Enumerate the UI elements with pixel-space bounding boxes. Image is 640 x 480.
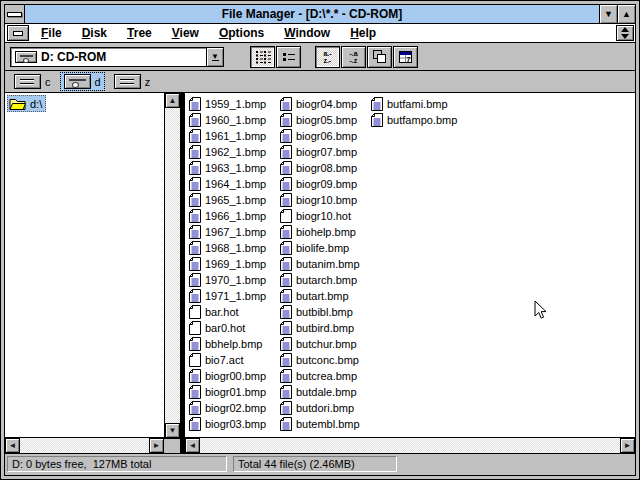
- document-icon: [189, 385, 201, 399]
- system-menu-button[interactable]: [5, 5, 25, 23]
- sort-by-name-button[interactable]: a.-z.-: [315, 46, 340, 68]
- view-by-name-icon: [255, 50, 271, 64]
- file-item[interactable]: butdale.bmp: [280, 384, 371, 400]
- scroll-up-button[interactable]: ▲: [165, 93, 180, 108]
- file-item[interactable]: 1967_1.bmp: [189, 224, 280, 240]
- copy-button[interactable]: [367, 46, 392, 68]
- file-item[interactable]: biogr08.bmp: [280, 160, 371, 176]
- scrollbar-corner: [164, 438, 180, 453]
- file-item[interactable]: biogr01.bmp: [189, 384, 280, 400]
- file-item[interactable]: butbibl.bmp: [280, 304, 371, 320]
- files-horizontal-scrollbar[interactable]: ◄ ►: [185, 437, 635, 453]
- menu-window[interactable]: Window: [274, 24, 340, 42]
- file-item[interactable]: biohelp.bmp: [280, 224, 371, 240]
- file-item[interactable]: butconc.bmp: [280, 352, 371, 368]
- file-name: 1966_1.bmp: [205, 210, 266, 222]
- tree-vertical-scrollbar[interactable]: ▲ ▼: [164, 93, 180, 438]
- file-item[interactable]: 1960_1.bmp: [189, 112, 280, 128]
- file-item[interactable]: 1964_1.bmp: [189, 176, 280, 192]
- file-item[interactable]: 1965_1.bmp: [189, 192, 280, 208]
- view-all-file-details-button[interactable]: [276, 46, 301, 68]
- file-item[interactable]: biogr04.bmp: [280, 96, 371, 112]
- file-item[interactable]: bar0.hot: [189, 320, 280, 336]
- document-icon: [189, 161, 201, 175]
- file-item[interactable]: biogr03.bmp: [189, 416, 280, 432]
- file-item[interactable]: 1969_1.bmp: [189, 256, 280, 272]
- document-control-menu-button[interactable]: [7, 25, 29, 41]
- file-item[interactable]: butchur.bmp: [280, 336, 371, 352]
- maximize-button[interactable]: ▲: [617, 5, 635, 23]
- file-item[interactable]: biogr05.bmp: [280, 112, 371, 128]
- scroll-up-icon: ▲: [169, 97, 177, 105]
- file-item[interactable]: 1959_1.bmp: [189, 96, 280, 112]
- drive-z-button[interactable]: z: [110, 72, 155, 91]
- file-item[interactable]: bar.hot: [189, 304, 280, 320]
- file-item[interactable]: biogr09.bmp: [280, 176, 371, 192]
- drive-selector-combobox[interactable]: D: CD-ROM ▼: [10, 47, 224, 67]
- file-item[interactable]: 1971_1.bmp: [189, 288, 280, 304]
- file-item[interactable]: butdori.bmp: [280, 400, 371, 416]
- scroll-left-button[interactable]: ◄: [185, 438, 200, 453]
- hard-drive-icon: [114, 74, 141, 89]
- document-icon: [280, 241, 292, 255]
- file-item[interactable]: bio7.act: [189, 352, 280, 368]
- file-item[interactable]: butarch.bmp: [280, 272, 371, 288]
- file-name: biohelp.bmp: [296, 226, 356, 238]
- minimize-button[interactable]: ▼: [599, 5, 617, 23]
- file-item[interactable]: biogr07.bmp: [280, 144, 371, 160]
- file-name: bar0.hot: [205, 322, 245, 334]
- document-restore-button[interactable]: [616, 25, 634, 41]
- drive-d-button[interactable]: d: [60, 72, 105, 91]
- menu-view[interactable]: View: [162, 24, 209, 42]
- file-item[interactable]: bbhelp.bmp: [189, 336, 280, 352]
- file-item[interactable]: 1962_1.bmp: [189, 144, 280, 160]
- file-item[interactable]: butart.bmp: [280, 288, 371, 304]
- tree-item-d-root[interactable]: d:\: [7, 95, 46, 112]
- menu-tree[interactable]: Tree: [117, 24, 162, 42]
- file-item[interactable]: biogr10.bmp: [280, 192, 371, 208]
- drive-selector-value: D: CD-ROM: [41, 50, 106, 64]
- file-item[interactable]: butanim.bmp: [280, 256, 371, 272]
- scroll-right-button[interactable]: ►: [620, 438, 635, 453]
- document-icon: [189, 273, 201, 287]
- file-name: biogr05.bmp: [296, 114, 357, 126]
- file-item[interactable]: 1961_1.bmp: [189, 128, 280, 144]
- document-icon: [189, 241, 201, 255]
- file-name: 1963_1.bmp: [205, 162, 266, 174]
- drive-selector-dropdown-button[interactable]: ▼: [206, 48, 223, 66]
- file-item[interactable]: biogr06.bmp: [280, 128, 371, 144]
- menu-help[interactable]: Help: [340, 24, 386, 42]
- document-icon: [189, 337, 201, 351]
- schedule-button[interactable]: 7: [393, 46, 418, 68]
- file-name: 1971_1.bmp: [205, 290, 266, 302]
- drive-letter: d: [95, 76, 101, 88]
- file-name: biogr03.bmp: [205, 418, 266, 430]
- file-item[interactable]: biogr10.hot: [280, 208, 371, 224]
- file-item[interactable]: butbird.bmp: [280, 320, 371, 336]
- document-icon: [189, 97, 201, 111]
- menu-disk[interactable]: Disk: [72, 24, 117, 42]
- view-by-name-button[interactable]: [250, 46, 275, 68]
- scroll-left-button[interactable]: ◄: [5, 438, 20, 453]
- file-item[interactable]: 1966_1.bmp: [189, 208, 280, 224]
- title-bar[interactable]: File Manager - [D:\*.* - CD-ROM] ▼ ▲: [5, 5, 635, 24]
- file-item[interactable]: 1963_1.bmp: [189, 160, 280, 176]
- file-item[interactable]: biogr02.bmp: [189, 400, 280, 416]
- menu-options[interactable]: Options: [209, 24, 274, 42]
- scroll-right-button[interactable]: ►: [149, 438, 164, 453]
- tree-horizontal-scrollbar[interactable]: ◄ ►: [5, 437, 164, 453]
- document-icon: [189, 113, 201, 127]
- file-item[interactable]: biogr00.bmp: [189, 368, 280, 384]
- file-item[interactable]: butfampo.bmp: [371, 112, 462, 128]
- drive-c-button[interactable]: c: [10, 72, 55, 91]
- menu-file[interactable]: File: [31, 24, 72, 42]
- file-item[interactable]: 1968_1.bmp: [189, 240, 280, 256]
- scroll-down-button[interactable]: ▼: [165, 423, 180, 438]
- file-item[interactable]: biolife.bmp: [280, 240, 371, 256]
- file-item[interactable]: butfami.bmp: [371, 96, 462, 112]
- sort-by-type-button[interactable]: -.a-.z: [341, 46, 366, 68]
- file-item[interactable]: butembl.bmp: [280, 416, 371, 432]
- file-item[interactable]: 1970_1.bmp: [189, 272, 280, 288]
- file-item[interactable]: butcrea.bmp: [280, 368, 371, 384]
- document-icon: [189, 417, 201, 431]
